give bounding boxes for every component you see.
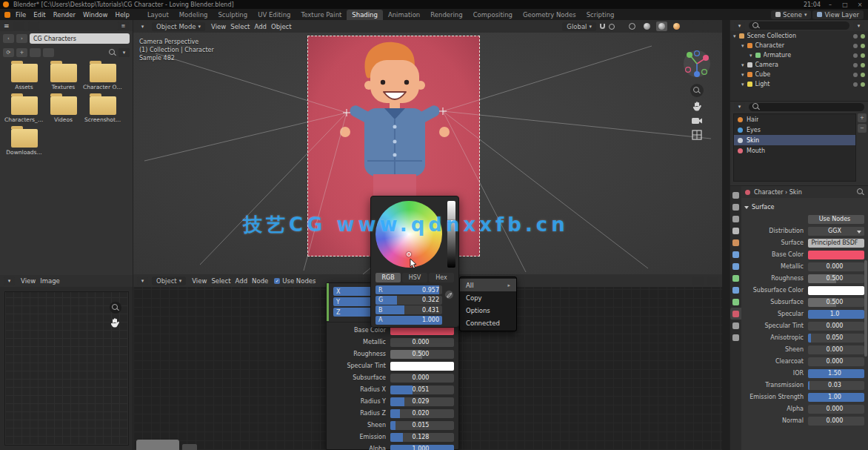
property-field[interactable]: 0.000 — [808, 405, 864, 414]
workspace-tab[interactable]: Layout — [142, 10, 174, 20]
shading-material-button[interactable] — [656, 21, 667, 31]
refresh-button[interactable]: ⟳ — [3, 48, 14, 57]
outliner-row[interactable]: ▾ Cube — [730, 70, 868, 79]
folder-item[interactable]: Assets — [4, 64, 44, 90]
material-slot[interactable]: Mouth — [734, 145, 855, 156]
editor-type-button[interactable]: ▾ — [4, 277, 15, 285]
viewport-pan-hand-icon[interactable] — [691, 100, 703, 112]
image-canvas[interactable] — [4, 291, 129, 446]
property-field[interactable]: 0.500 — [808, 274, 864, 283]
overlays-button[interactable] — [692, 22, 704, 31]
outliner-row[interactable]: ▾ Light — [730, 79, 868, 89]
picker-mode-tab[interactable]: HSV — [402, 273, 427, 282]
property-slider[interactable] — [390, 362, 454, 371]
properties-tab[interactable] — [730, 236, 741, 248]
material-slot[interactable]: Eyes — [734, 125, 855, 135]
blender-menu-icon[interactable] — [4, 12, 10, 18]
options-button[interactable]: ≡ — [118, 21, 129, 30]
properties-tab[interactable] — [730, 189, 741, 201]
maximize-button[interactable]: □ — [840, 1, 850, 8]
workspace-tab[interactable]: Modeling — [174, 10, 213, 20]
slots-search[interactable] — [749, 103, 864, 111]
hide-toggle-icon[interactable] — [853, 73, 858, 77]
zoom-tool-icon[interactable] — [110, 302, 121, 314]
workspace-tab[interactable]: Compositing — [468, 10, 518, 20]
material-slot[interactable]: Hair — [734, 114, 855, 125]
viewport-ortho-grid-icon[interactable] — [692, 130, 702, 140]
outliner-row[interactable]: ▾ Camera — [730, 60, 868, 70]
expander-icon[interactable]: ▾ — [741, 43, 744, 49]
properties-tab[interactable] — [730, 320, 741, 331]
properties-tab[interactable] — [730, 272, 741, 284]
properties-tab[interactable] — [730, 284, 741, 296]
snapping-button[interactable] — [707, 277, 718, 285]
properties-tab[interactable] — [730, 296, 741, 308]
menu-item[interactable]: Window — [79, 10, 112, 19]
property-field[interactable]: 0.500 — [808, 298, 864, 307]
workspace-tab[interactable]: Shading — [347, 10, 383, 20]
snap-magnet-icon[interactable] — [600, 24, 605, 29]
workspace-tab[interactable]: Scripting — [581, 10, 620, 20]
shading-solid-button[interactable] — [641, 21, 652, 31]
filename-field[interactable]: CG Characters — [30, 33, 130, 44]
viewport-camera-icon[interactable] — [691, 116, 703, 125]
filter-type-button[interactable]: ▾ — [118, 48, 130, 57]
properties-tab[interactable] — [730, 260, 741, 272]
property-field[interactable]: 0.050 — [808, 334, 864, 343]
context-menu-item[interactable]: Connected — [460, 317, 516, 329]
property-field[interactable]: 0.000 — [808, 417, 864, 426]
property-slider[interactable]: 0.029 — [390, 397, 454, 406]
shading-wireframe-button[interactable] — [627, 21, 638, 31]
property-field[interactable]: 0.000 — [808, 357, 864, 366]
mode-dropdown[interactable]: Object Mode▾ — [152, 22, 205, 31]
node-header-stub[interactable] — [136, 440, 179, 450]
render-toggle-icon[interactable] — [861, 53, 865, 58]
properties-tab[interactable] — [730, 308, 741, 320]
workspace-tab[interactable]: UV Editing — [253, 10, 296, 20]
shader-type-dropdown[interactable]: Object▾ — [152, 277, 186, 285]
expander-icon[interactable]: ▾ — [741, 62, 744, 68]
property-field[interactable]: 0.000 — [808, 345, 864, 354]
expander-icon[interactable]: ▾ — [741, 82, 744, 87]
forward-button[interactable]: › — [16, 34, 27, 43]
property-field[interactable]: Principled BSDF — [808, 239, 864, 248]
remove-slot-button[interactable]: − — [858, 124, 867, 133]
menu-item[interactable]: Help — [111, 10, 133, 19]
menu-item[interactable]: Add — [252, 23, 268, 30]
properties-tab[interactable] — [730, 225, 741, 236]
render-toggle-icon[interactable] — [861, 34, 865, 39]
hide-toggle-icon[interactable] — [853, 82, 858, 87]
menu-item[interactable]: View — [209, 23, 228, 30]
material-slot[interactable]: Skin — [734, 135, 855, 145]
property-field[interactable] — [808, 286, 864, 295]
use-nodes-toggle[interactable]: ✓ Use Nodes — [274, 277, 316, 285]
property-field[interactable]: GGX — [808, 227, 864, 236]
context-menu-item[interactable]: All ▸ — [460, 279, 516, 291]
expander-icon[interactable]: ▾ — [733, 33, 736, 39]
expander-icon[interactable]: ▾ — [741, 72, 744, 78]
filter-button[interactable] — [28, 21, 39, 30]
menu-item[interactable]: View — [190, 277, 209, 285]
channel-slider[interactable]: A 1.000 — [375, 316, 442, 325]
hide-toggle-icon[interactable] — [853, 34, 858, 39]
pin-button[interactable] — [692, 277, 704, 285]
color-wheel[interactable] — [375, 201, 442, 268]
eyedropper-button[interactable] — [444, 290, 454, 300]
menu-item[interactable]: File — [12, 10, 30, 19]
folder-item[interactable]: Characters_st... — [4, 96, 44, 123]
context-menu-item[interactable]: Copy — [460, 291, 516, 304]
outliner-row[interactable]: ▾ Character — [730, 41, 868, 50]
property-field[interactable]: 1.00 — [808, 393, 864, 402]
outliner-row[interactable]: ▾ Scene Collection — [730, 31, 868, 41]
workspace-tab[interactable]: Animation — [383, 10, 425, 20]
workspace-tab[interactable]: Sculpting — [213, 10, 253, 20]
property-slider[interactable]: 0.051 — [390, 386, 454, 394]
menu-item[interactable]: Add — [233, 277, 250, 285]
properties-tab[interactable] — [730, 201, 741, 213]
workspace-tab[interactable]: Geometry Nodes — [518, 10, 581, 20]
color-wheel-cursor[interactable] — [407, 252, 411, 257]
properties-tab[interactable] — [730, 248, 741, 260]
back-button[interactable]: ‹ — [3, 34, 14, 43]
hide-toggle-icon[interactable] — [853, 63, 858, 67]
view-list-button[interactable] — [43, 48, 54, 57]
